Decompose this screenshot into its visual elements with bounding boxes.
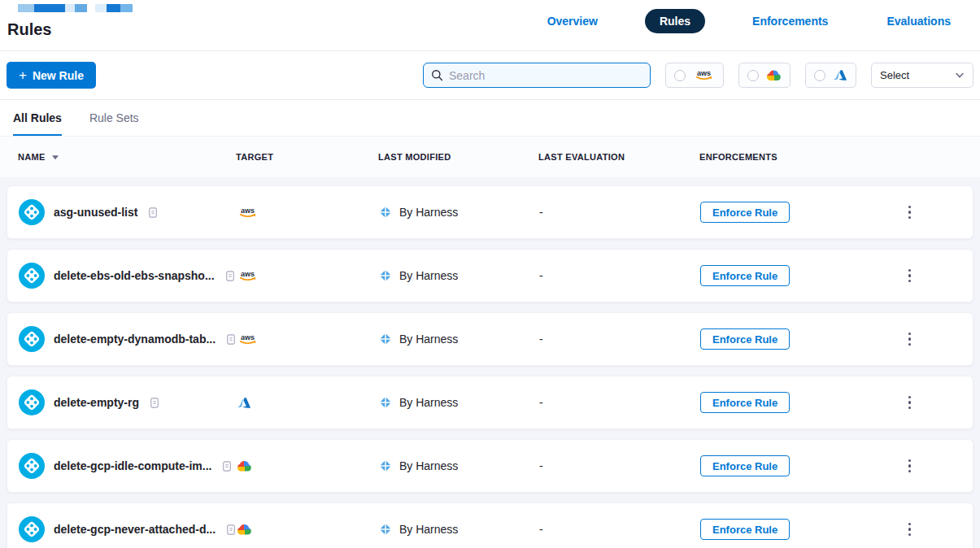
radio-unchecked-icon[interactable]: [814, 70, 825, 81]
aws-logo-icon: aws: [237, 206, 379, 220]
rule-icon: [19, 453, 45, 479]
copy-icon[interactable]: [150, 397, 159, 409]
table-row[interactable]: delete-gcp-never-attached-d... aws By Ha…: [7, 502, 973, 548]
nav-tab-overview[interactable]: Overview: [536, 9, 609, 33]
copy-icon[interactable]: [222, 460, 232, 472]
search-icon: [431, 69, 443, 81]
column-header-last-modified: LAST MODIFIED: [378, 152, 538, 162]
enforce-rule-button[interactable]: Enforce Rule: [700, 328, 790, 350]
table-row[interactable]: delete-gcp-idle-compute-im... aws By Har…: [7, 439, 973, 493]
rules-tabs: All Rules Rule Sets: [0, 100, 980, 137]
new-rule-button[interactable]: + New Rule: [7, 62, 96, 89]
table-row[interactable]: delete-ebs-old-ebs-snapsho... aws By Har…: [7, 249, 973, 302]
enforce-rule-button[interactable]: Enforce Rule: [700, 519, 790, 540]
last-modified-value: By Harness: [399, 396, 458, 409]
svg-text:aws: aws: [697, 69, 711, 77]
page-header: Rules Overview Rules Enforcements Evalua…: [0, 0, 980, 50]
top-navigation: Overview Rules Enforcements Evaluations: [536, 9, 962, 33]
page-title: Rules: [7, 20, 51, 39]
tab-all-rules[interactable]: All Rules: [13, 111, 62, 136]
column-header-enforcements: ENFORCEMENTS: [699, 152, 901, 162]
nav-tab-enforcements[interactable]: Enforcements: [741, 9, 839, 33]
copy-icon[interactable]: [226, 333, 236, 346]
provider-filter-aws[interactable]: aws: [665, 63, 724, 88]
copy-icon[interactable]: [148, 207, 158, 219]
harness-icon: [379, 459, 392, 472]
last-evaluation-value: -: [539, 523, 700, 536]
enforce-rule-button[interactable]: Enforce Rule: [700, 265, 790, 286]
last-evaluation-value: -: [539, 269, 700, 282]
rule-icon: [19, 199, 45, 225]
table-row[interactable]: delete-empty-rg aws By Harness - Enforce…: [7, 376, 973, 429]
last-modified-value: By Harness: [399, 206, 458, 219]
rule-name: delete-gcp-idle-compute-im...: [54, 459, 211, 472]
search-input[interactable]: [449, 69, 642, 82]
copy-icon[interactable]: [226, 524, 236, 536]
azure-logo-icon: [237, 397, 379, 409]
rule-icon: [19, 326, 45, 352]
last-evaluation-value: -: [539, 333, 700, 346]
target-cell: aws: [237, 460, 379, 472]
azure-logo-icon: [833, 69, 847, 81]
last-modified-value: By Harness: [399, 459, 458, 472]
aws-logo-icon: aws: [237, 269, 379, 283]
column-header-target: TARGET: [236, 152, 378, 162]
toolbar: + New Rule aws: [0, 51, 980, 99]
cloud-select-dropdown[interactable]: Select: [871, 63, 973, 88]
radio-unchecked-icon[interactable]: [674, 70, 686, 81]
gcp-logo-icon: [237, 524, 379, 536]
search-box[interactable]: [423, 63, 651, 88]
table-row[interactable]: asg-unused-list aws By Harness - Enforce…: [7, 185, 973, 239]
aws-logo-icon: aws: [693, 68, 715, 82]
rule-name: delete-ebs-old-ebs-snapsho...: [54, 269, 215, 282]
nav-tab-rules[interactable]: Rules: [645, 9, 705, 33]
rule-icon: [19, 263, 45, 289]
row-menu-icon[interactable]: [902, 329, 917, 349]
breadcrumb: [18, 4, 133, 12]
provider-filter-azure[interactable]: [805, 63, 856, 88]
svg-text:aws: aws: [241, 269, 255, 277]
rule-name: delete-empty-rg: [54, 396, 139, 409]
row-menu-icon[interactable]: [902, 520, 917, 539]
gcp-logo-icon: [237, 460, 379, 472]
tab-rule-sets[interactable]: Rule Sets: [89, 111, 139, 136]
chevron-down-icon: [955, 72, 965, 79]
rule-name: asg-unused-list: [54, 206, 137, 219]
harness-icon: [379, 206, 392, 219]
last-modified-value: By Harness: [399, 523, 458, 536]
enforce-rule-button[interactable]: Enforce Rule: [700, 202, 790, 223]
row-menu-icon[interactable]: [902, 456, 917, 476]
column-header-name[interactable]: NAME: [18, 152, 236, 162]
last-modified-value: By Harness: [399, 269, 458, 282]
enforce-rule-button[interactable]: Enforce Rule: [700, 392, 790, 413]
rule-name: delete-empty-dynamodb-tab...: [54, 333, 216, 346]
rule-name: delete-gcp-never-attached-d...: [54, 523, 216, 536]
aws-logo-icon: aws: [237, 333, 379, 346]
nav-tab-evaluations[interactable]: Evaluations: [875, 9, 962, 33]
rule-icon: [19, 389, 45, 415]
radio-unchecked-icon[interactable]: [747, 70, 759, 81]
cloud-select-value: Select: [880, 69, 909, 81]
provider-filter-gcp[interactable]: [738, 63, 791, 88]
copy-icon[interactable]: [225, 270, 235, 282]
rules-list: asg-unused-list aws By Harness - Enforce…: [0, 177, 980, 548]
gcp-logo-icon: [766, 69, 782, 81]
harness-icon: [379, 333, 392, 346]
row-menu-icon[interactable]: [902, 393, 917, 412]
target-cell: aws: [237, 333, 379, 346]
table-row[interactable]: delete-empty-dynamodb-tab... aws By Harn…: [7, 312, 973, 366]
target-cell: aws: [237, 397, 379, 409]
harness-icon: [379, 523, 392, 536]
target-cell: aws: [237, 206, 379, 220]
last-evaluation-value: -: [539, 396, 700, 409]
table-header: NAME TARGET LAST MODIFIED LAST EVALUATIO…: [0, 137, 980, 177]
rule-icon: [19, 516, 45, 542]
enforce-rule-button[interactable]: Enforce Rule: [700, 455, 790, 476]
sort-descending-icon[interactable]: [51, 154, 59, 160]
column-header-last-evaluation: LAST EVALUATION: [538, 152, 699, 162]
harness-icon: [379, 269, 392, 282]
row-menu-icon[interactable]: [902, 202, 917, 222]
svg-text:aws: aws: [241, 206, 255, 214]
last-modified-value: By Harness: [399, 333, 458, 346]
row-menu-icon[interactable]: [902, 266, 917, 285]
